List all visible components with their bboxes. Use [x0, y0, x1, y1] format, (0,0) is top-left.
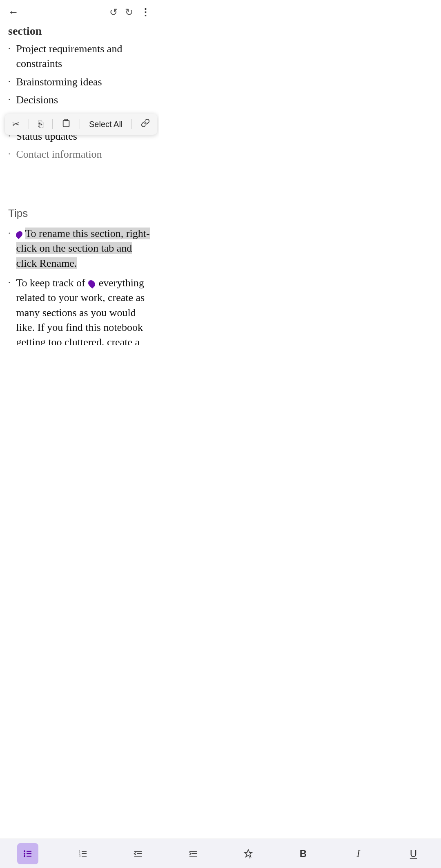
bullet-dot: ·: [8, 42, 11, 55]
divider: [29, 119, 29, 129]
bullet-dot: ·: [8, 277, 11, 289]
section-partial-heading: section: [8, 25, 151, 41]
paste-icon: [62, 118, 71, 130]
list-item: · Decisions: [8, 92, 151, 108]
tip-item-2: · To keep track of everything related to…: [8, 275, 151, 345]
tips-section: Tips · To rename this section, right-cli…: [8, 204, 151, 345]
tips-list: · To rename this section, right-click on…: [8, 225, 151, 345]
more-button[interactable]: ⋮: [140, 7, 151, 18]
select-all-button[interactable]: Select All: [89, 120, 122, 129]
copy-icon: ⎘: [38, 119, 43, 129]
top-bar: ← ↺ ↻ ⋮: [0, 0, 159, 25]
back-button[interactable]: ←: [8, 6, 19, 18]
list-item-text: Brainstorming ideas: [16, 75, 102, 89]
cut-icon: ✂: [12, 119, 20, 129]
svg-rect-1: [63, 120, 69, 127]
bullet-dot: ·: [8, 227, 11, 240]
divider: [131, 119, 132, 129]
link-icon: [141, 118, 150, 130]
list-item: · Brainstorming ideas: [8, 74, 151, 90]
content-area: section · Project requirements and const…: [0, 25, 159, 345]
tip-item-1: · To rename this section, right-click on…: [8, 225, 151, 272]
bullet-dot: ·: [8, 94, 11, 106]
tip-text-1: To rename this section, right-click on t…: [16, 226, 151, 271]
context-menu: ✂ ⎘ Select All: [5, 114, 157, 135]
list-item-text: Decisions: [16, 93, 58, 107]
bullet-dot: ·: [8, 76, 11, 88]
selection-handle-end: [87, 279, 97, 288]
list-item: · Contact information: [8, 146, 151, 163]
selection-handle-start: [14, 230, 24, 239]
top-bar-left: ←: [8, 6, 19, 18]
tips-label: Tips: [8, 204, 151, 222]
undo-button[interactable]: ↺: [109, 7, 118, 18]
selected-text-1: To rename this section, right-click on t…: [16, 228, 150, 269]
tip-text-2: To keep track of everything related to y…: [16, 276, 151, 345]
bullet-dot: ·: [8, 148, 11, 161]
divider: [80, 119, 80, 129]
paste-button[interactable]: [62, 118, 71, 130]
list-item-text: Contact information: [16, 147, 102, 162]
select-all-label: Select All: [89, 120, 122, 129]
divider: [52, 119, 53, 129]
redo-button[interactable]: ↻: [125, 7, 133, 18]
bullet-list: · Project requirements and constraints ·…: [8, 41, 151, 163]
list-item-text: Project requirements and constraints: [16, 42, 151, 71]
top-bar-right: ↺ ↻ ⋮: [109, 7, 151, 18]
cut-button[interactable]: ✂: [12, 119, 20, 129]
content-wrapper: section · Project requirements and const…: [0, 25, 159, 345]
link-button[interactable]: [141, 118, 150, 130]
copy-button[interactable]: ⎘: [38, 119, 43, 129]
list-item: · Project requirements and constraints: [8, 41, 151, 72]
